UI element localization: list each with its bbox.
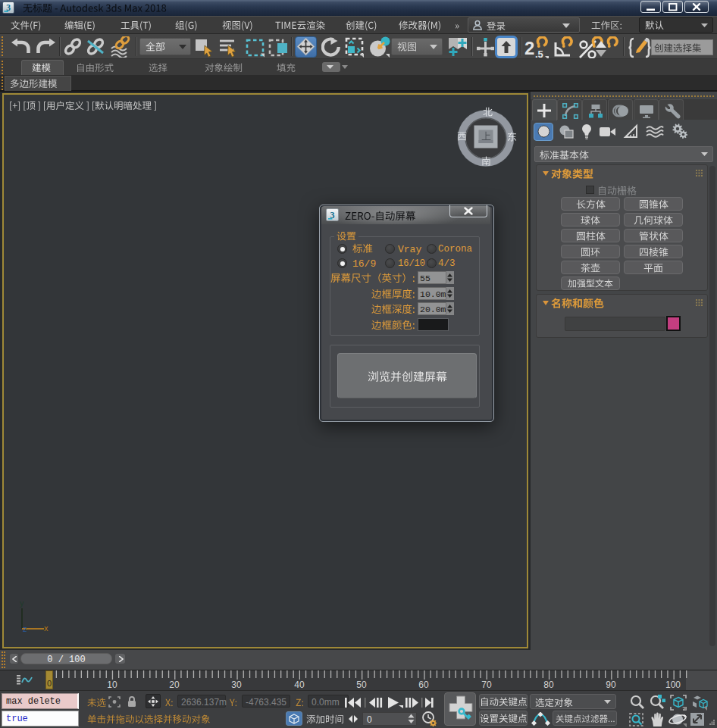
svg-text:2: 2 [524,38,534,58]
svg-text:3: 3 [6,3,11,12]
svg-text:.5: .5 [535,48,543,58]
svg-text:x: x [44,623,49,633]
svg-text:y: y [20,598,24,608]
svg-text:z: z [23,624,27,633]
